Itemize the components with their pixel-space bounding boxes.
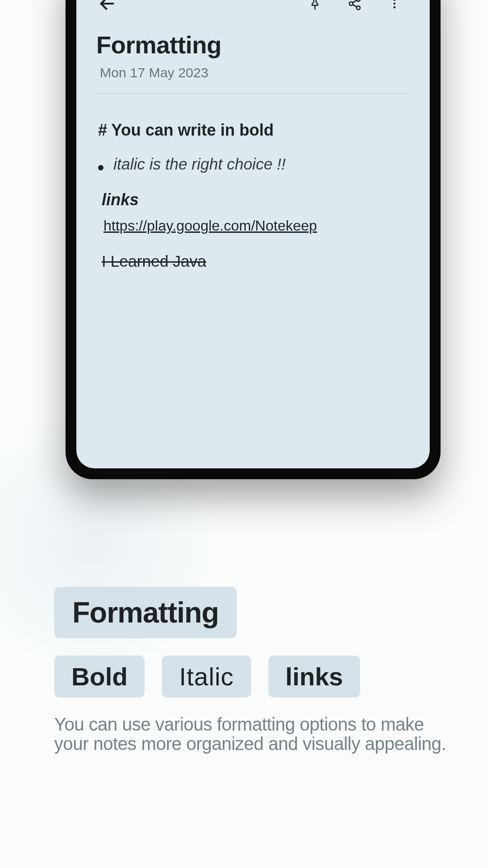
chip-formatting: Formatting: [54, 587, 237, 638]
more-button[interactable]: [384, 0, 405, 14]
chip-links: links: [268, 656, 361, 698]
svg-point-7: [394, 0, 396, 1]
divider: [96, 93, 410, 94]
note-links-label: links: [102, 190, 410, 209]
svg-line-6: [352, 5, 357, 7]
note-title[interactable]: Formatting: [96, 31, 410, 59]
more-vertical-icon: [388, 0, 401, 10]
chip-italic: Italic: [162, 656, 251, 698]
svg-point-8: [394, 3, 396, 5]
phone-screen: Formatting Mon 17 May 2023 # You can wri…: [76, 0, 430, 468]
toolbar: [96, 0, 410, 17]
chip-label: Formatting: [72, 596, 219, 629]
phone-frame: Formatting Mon 17 May 2023 # You can wri…: [66, 0, 441, 479]
chip-label: Bold: [71, 662, 127, 691]
share-icon: [347, 0, 362, 11]
note-line-bold: # You can write in bold: [98, 121, 410, 140]
chip-bold: Bold: [54, 656, 145, 698]
promo-description: You can use various formatting options t…: [54, 715, 452, 754]
svg-line-5: [352, 0, 357, 3]
arrow-left-icon: [98, 0, 116, 13]
back-button[interactable]: [96, 0, 118, 14]
pin-icon: [308, 0, 322, 10]
share-button[interactable]: [344, 0, 366, 14]
chip-label: Italic: [179, 662, 234, 691]
note-line-strike: I Learned Java: [102, 252, 410, 270]
note-line-italic: italic is the right choice !!: [113, 155, 286, 173]
note-date: Mon 17 May 2023: [96, 65, 410, 80]
promo-section: Formatting Bold Italic links You can use…: [54, 587, 452, 754]
bullet-icon: [98, 165, 103, 170]
chip-label: links: [286, 662, 343, 691]
svg-point-9: [394, 6, 396, 9]
note-body[interactable]: # You can write in bold italic is the ri…: [96, 121, 410, 270]
pin-button[interactable]: [304, 0, 326, 14]
note-link[interactable]: https://play.google.com/Notekeep: [103, 217, 317, 234]
note-line-bullet: italic is the right choice !!: [98, 155, 410, 173]
